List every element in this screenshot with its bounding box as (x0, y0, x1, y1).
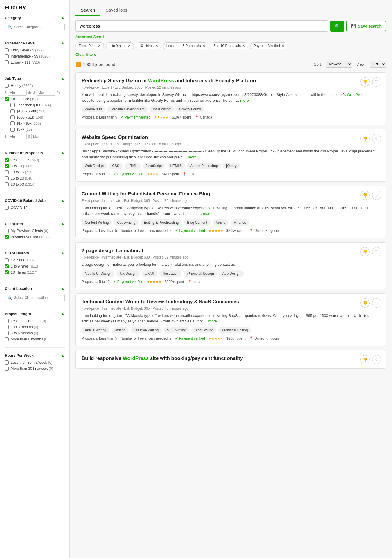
lt30hrs-checkbox[interactable] (5, 360, 9, 365)
proposals-5-10-checkbox[interactable] (5, 164, 9, 168)
tag-javascript[interactable]: JavaScript (143, 163, 165, 169)
tab-saved-jobs[interactable]: Saved jobs (100, 5, 132, 16)
client-info-header[interactable]: Client info ▲ (5, 221, 65, 226)
job-5-dislike-button[interactable]: 👎 (360, 298, 370, 308)
clear-filters-button[interactable]: Clear filters (75, 52, 386, 57)
fixed-min-input[interactable] (8, 134, 27, 139)
tag-blog-content[interactable]: Blog Content (184, 219, 210, 226)
tag-article[interactable]: Article (213, 219, 229, 226)
tag-mobile-ui[interactable]: Mobile UI Design (82, 270, 114, 277)
tag-illustration[interactable]: Illustration (159, 270, 182, 277)
tag-iphone-ui[interactable]: iPhone UI Design (184, 270, 217, 277)
job-5-title[interactable]: Technical Content Writer to Review Techn… (82, 299, 380, 305)
hourly-min-input[interactable] (8, 90, 27, 96)
experience-level-header[interactable]: Experience Level ▲ (5, 41, 65, 45)
category-header[interactable]: Category ▲ (5, 15, 65, 20)
tag-content-writing[interactable]: Content Writing (82, 219, 112, 226)
tag-gravity-forms[interactable]: Gravity Forms (176, 106, 204, 112)
client-location-input[interactable] (14, 296, 62, 300)
job-2-title[interactable]: Website Speed Optimization (82, 134, 380, 140)
covid-checkbox[interactable] (5, 206, 9, 210)
10plus-hires-checkbox[interactable] (5, 270, 9, 274)
tag-html[interactable]: HTML (125, 163, 141, 169)
job-4-title[interactable]: 2 page design for mahurat (82, 248, 380, 254)
proposals-header[interactable]: Number of Proposals ▲ (5, 150, 65, 155)
tag-ux-ui[interactable]: UX/UI (142, 270, 157, 277)
job-4-dislike-button[interactable]: 👎 (360, 247, 370, 256)
job-3-dislike-button[interactable]: 👎 (360, 191, 370, 200)
fixed-price-checkbox[interactable] (5, 97, 9, 101)
tag-wordpress[interactable]: WordPress (82, 106, 105, 112)
exp-intermediate-checkbox[interactable] (5, 54, 9, 58)
payment-verified-checkbox[interactable] (5, 235, 9, 239)
proposals-15-20-checkbox[interactable] (5, 176, 9, 180)
save-search-button[interactable]: 💾 Save search (346, 21, 386, 31)
search-button[interactable]: 🔍 (330, 21, 344, 32)
tag-technical-editing[interactable]: Technical Editing (218, 327, 251, 333)
job-5-save-button[interactable]: ♡ (372, 298, 381, 308)
3-6months-checkbox[interactable] (5, 331, 9, 335)
job-4-save-button[interactable]: ♡ (372, 247, 381, 256)
sort-select[interactable]: Newest Relevance (326, 61, 352, 68)
lt1month-checkbox[interactable] (5, 319, 9, 323)
proposals-20-50-checkbox[interactable] (5, 182, 9, 186)
fixed-500-1k-checkbox[interactable] (10, 115, 15, 119)
tag-html5[interactable]: HTML5 (167, 163, 185, 169)
fixed-100-500-checkbox[interactable] (10, 109, 15, 113)
covid-header[interactable]: COVID-19 Related Jobs ▲ (5, 198, 65, 203)
project-length-header[interactable]: Project Length ▲ (5, 311, 65, 316)
tab-search[interactable]: Search (75, 5, 100, 16)
tag-finance[interactable]: Finance (231, 219, 249, 226)
remove-10plus-hires-filter[interactable]: ✕ (155, 44, 158, 48)
job-6-dislike-button[interactable]: 👎 (360, 355, 370, 364)
job-6-title[interactable]: Build responsive WordPress site with boo… (82, 356, 380, 361)
job-3-title[interactable]: Content Writing for Established Personal… (82, 191, 380, 197)
job-5-more-link[interactable]: more (208, 319, 217, 323)
gt30hrs-checkbox[interactable] (5, 367, 9, 371)
main-search-input[interactable] (75, 20, 328, 32)
job-1-title[interactable]: Redevelop Survey Gizmo in WordPress and … (82, 78, 380, 84)
tag-copywriting[interactable]: Copywriting (114, 219, 139, 226)
remove-1-9-hires-filter[interactable]: ✕ (128, 44, 131, 48)
job-3-more-link[interactable]: more (203, 211, 212, 216)
fixed-lt100-checkbox[interactable] (10, 103, 15, 107)
remove-lt5-proposals-filter[interactable]: ✕ (202, 44, 205, 48)
advanced-search-link[interactable]: Advanced Search (75, 35, 386, 39)
client-location-header[interactable]: Client Location ▲ (5, 286, 65, 291)
tag-article-writing[interactable]: Article Writing (82, 327, 109, 333)
job-6-save-button[interactable]: ♡ (372, 355, 381, 364)
1-9-hires-checkbox[interactable] (5, 264, 9, 268)
no-hires-checkbox[interactable] (5, 258, 9, 262)
job-3-save-button[interactable]: ♡ (372, 191, 381, 200)
tag-jquery[interactable]: jQuery (223, 163, 240, 169)
tag-writing[interactable]: Writing (112, 327, 129, 333)
job-2-save-button[interactable]: ♡ (372, 134, 381, 143)
tag-ux-design[interactable]: UX Design (116, 270, 139, 277)
job-2-dislike-button[interactable]: 👎 (360, 134, 370, 143)
job-1-dislike-button[interactable]: 👎 (360, 77, 370, 87)
tag-editing-proofreading[interactable]: Editing & Proofreading (141, 219, 182, 226)
job-1-save-button[interactable]: ♡ (372, 77, 381, 87)
tag-css[interactable]: CSS (109, 163, 123, 169)
tag-app-design[interactable]: App Design (219, 270, 244, 277)
fixed-5k-checkbox[interactable] (10, 128, 15, 132)
remove-payment-verified-filter[interactable]: ✕ (281, 44, 284, 48)
tag-creative-writing[interactable]: Creative Writing (131, 327, 162, 333)
category-search-input[interactable] (14, 25, 62, 29)
tag-adobe-photoshop[interactable]: Adobe Photoshop (187, 163, 221, 169)
exp-entry-checkbox[interactable] (5, 48, 9, 52)
client-history-header[interactable]: Client History ▲ (5, 251, 65, 255)
fixed-1k-5k-checkbox[interactable] (10, 121, 15, 125)
hourly-checkbox[interactable] (5, 84, 9, 88)
proposals-lt5-checkbox[interactable] (5, 158, 9, 162)
6plusmonths-checkbox[interactable] (5, 337, 9, 341)
hours-per-week-header[interactable]: Hours Per Week ▲ (5, 353, 65, 358)
tag-infusionsoft[interactable]: Infusionsoft (150, 106, 174, 112)
prev-clients-checkbox[interactable] (5, 229, 9, 233)
remove-5-10-proposals-filter[interactable]: ✕ (242, 44, 245, 48)
fixed-max-input[interactable] (31, 134, 50, 139)
job-type-header[interactable]: Job Type ▲ (5, 76, 65, 81)
view-select[interactable]: List Grid (370, 61, 386, 68)
job-2-more-link[interactable]: more (188, 155, 197, 159)
remove-fixed-price-filter[interactable]: ✕ (98, 44, 101, 48)
